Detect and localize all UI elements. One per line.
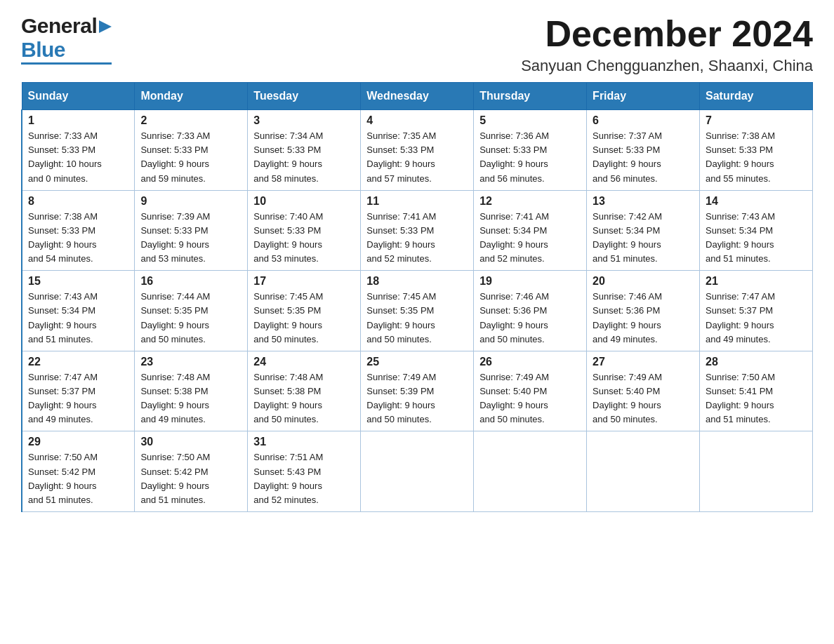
day-number: 8 bbox=[28, 195, 128, 208]
calendar-header-tuesday: Tuesday bbox=[248, 83, 361, 110]
calendar-header-thursday: Thursday bbox=[474, 83, 587, 110]
page-header: General Blue December 2024 Sanyuan Cheng… bbox=[21, 14, 813, 75]
day-number: 18 bbox=[366, 275, 468, 288]
calendar-cell: 13Sunrise: 7:42 AM Sunset: 5:34 PM Dayli… bbox=[587, 190, 700, 271]
day-info: Sunrise: 7:41 AM Sunset: 5:33 PM Dayligh… bbox=[366, 210, 468, 267]
day-number: 15 bbox=[28, 275, 128, 288]
calendar-cell: 8Sunrise: 7:38 AM Sunset: 5:33 PM Daylig… bbox=[22, 190, 135, 271]
day-info: Sunrise: 7:45 AM Sunset: 5:35 PM Dayligh… bbox=[253, 290, 355, 347]
logo-arrow-icon bbox=[99, 20, 112, 36]
calendar-cell: 29Sunrise: 7:50 AM Sunset: 5:42 PM Dayli… bbox=[22, 431, 135, 512]
day-info: Sunrise: 7:42 AM Sunset: 5:34 PM Dayligh… bbox=[593, 210, 694, 267]
calendar-cell: 17Sunrise: 7:45 AM Sunset: 5:35 PM Dayli… bbox=[248, 271, 361, 351]
day-number: 24 bbox=[253, 356, 355, 368]
calendar-cell: 27Sunrise: 7:49 AM Sunset: 5:40 PM Dayli… bbox=[587, 351, 700, 431]
week-row-2: 8Sunrise: 7:38 AM Sunset: 5:33 PM Daylig… bbox=[22, 190, 813, 271]
calendar-cell: 11Sunrise: 7:41 AM Sunset: 5:33 PM Dayli… bbox=[361, 190, 474, 271]
calendar-cell: 18Sunrise: 7:45 AM Sunset: 5:35 PM Dayli… bbox=[361, 271, 474, 351]
day-info: Sunrise: 7:49 AM Sunset: 5:40 PM Dayligh… bbox=[593, 370, 694, 427]
calendar-cell: 19Sunrise: 7:46 AM Sunset: 5:36 PM Dayli… bbox=[474, 271, 587, 351]
calendar-cell: 1Sunrise: 7:33 AM Sunset: 5:33 PM Daylig… bbox=[22, 110, 135, 191]
day-number: 7 bbox=[706, 114, 807, 127]
calendar-cell: 23Sunrise: 7:48 AM Sunset: 5:38 PM Dayli… bbox=[135, 351, 248, 431]
logo-underline bbox=[21, 62, 112, 65]
calendar-cell: 31Sunrise: 7:51 AM Sunset: 5:43 PM Dayli… bbox=[248, 431, 361, 512]
day-info: Sunrise: 7:45 AM Sunset: 5:35 PM Dayligh… bbox=[366, 290, 468, 347]
day-info: Sunrise: 7:37 AM Sunset: 5:33 PM Dayligh… bbox=[593, 129, 694, 186]
logo: General Blue bbox=[21, 14, 112, 65]
day-number: 30 bbox=[140, 436, 241, 448]
month-title: December 2024 bbox=[521, 14, 813, 54]
day-info: Sunrise: 7:50 AM Sunset: 5:42 PM Dayligh… bbox=[140, 450, 241, 507]
calendar-cell: 14Sunrise: 7:43 AM Sunset: 5:34 PM Dayli… bbox=[700, 190, 813, 271]
calendar-cell: 12Sunrise: 7:41 AM Sunset: 5:34 PM Dayli… bbox=[474, 190, 587, 271]
calendar-cell: 3Sunrise: 7:34 AM Sunset: 5:33 PM Daylig… bbox=[248, 110, 361, 191]
day-number: 27 bbox=[593, 356, 694, 368]
day-info: Sunrise: 7:33 AM Sunset: 5:33 PM Dayligh… bbox=[28, 129, 128, 186]
calendar-cell bbox=[700, 431, 813, 512]
calendar-cell: 10Sunrise: 7:40 AM Sunset: 5:33 PM Dayli… bbox=[248, 190, 361, 271]
calendar-cell: 15Sunrise: 7:43 AM Sunset: 5:34 PM Dayli… bbox=[22, 271, 135, 351]
calendar-header-sunday: Sunday bbox=[22, 83, 135, 110]
calendar-cell: 9Sunrise: 7:39 AM Sunset: 5:33 PM Daylig… bbox=[135, 190, 248, 271]
day-number: 12 bbox=[479, 195, 581, 208]
day-info: Sunrise: 7:43 AM Sunset: 5:34 PM Dayligh… bbox=[706, 210, 807, 267]
calendar-cell bbox=[474, 431, 587, 512]
calendar-cell: 24Sunrise: 7:48 AM Sunset: 5:38 PM Dayli… bbox=[248, 351, 361, 431]
day-info: Sunrise: 7:48 AM Sunset: 5:38 PM Dayligh… bbox=[140, 370, 241, 427]
day-info: Sunrise: 7:51 AM Sunset: 5:43 PM Dayligh… bbox=[253, 450, 355, 507]
calendar-cell: 16Sunrise: 7:44 AM Sunset: 5:35 PM Dayli… bbox=[135, 271, 248, 351]
day-number: 1 bbox=[28, 114, 128, 127]
day-info: Sunrise: 7:35 AM Sunset: 5:33 PM Dayligh… bbox=[366, 129, 468, 186]
day-info: Sunrise: 7:49 AM Sunset: 5:40 PM Dayligh… bbox=[479, 370, 581, 427]
calendar-cell bbox=[361, 431, 474, 512]
day-info: Sunrise: 7:39 AM Sunset: 5:33 PM Dayligh… bbox=[140, 210, 241, 267]
calendar-cell: 25Sunrise: 7:49 AM Sunset: 5:39 PM Dayli… bbox=[361, 351, 474, 431]
day-number: 31 bbox=[253, 436, 355, 448]
calendar-cell: 4Sunrise: 7:35 AM Sunset: 5:33 PM Daylig… bbox=[361, 110, 474, 191]
day-number: 10 bbox=[253, 195, 355, 208]
day-info: Sunrise: 7:47 AM Sunset: 5:37 PM Dayligh… bbox=[706, 290, 807, 347]
day-info: Sunrise: 7:36 AM Sunset: 5:33 PM Dayligh… bbox=[479, 129, 581, 186]
calendar-header-monday: Monday bbox=[135, 83, 248, 110]
day-number: 11 bbox=[366, 195, 468, 208]
day-info: Sunrise: 7:50 AM Sunset: 5:41 PM Dayligh… bbox=[706, 370, 807, 427]
day-number: 20 bbox=[593, 275, 694, 288]
svg-marker-0 bbox=[99, 20, 112, 33]
day-info: Sunrise: 7:41 AM Sunset: 5:34 PM Dayligh… bbox=[479, 210, 581, 267]
day-info: Sunrise: 7:40 AM Sunset: 5:33 PM Dayligh… bbox=[253, 210, 355, 267]
day-info: Sunrise: 7:44 AM Sunset: 5:35 PM Dayligh… bbox=[140, 290, 241, 347]
logo-general-text: General bbox=[21, 14, 97, 38]
day-number: 6 bbox=[593, 114, 694, 127]
week-row-4: 22Sunrise: 7:47 AM Sunset: 5:37 PM Dayli… bbox=[22, 351, 813, 431]
day-number: 21 bbox=[706, 275, 807, 288]
calendar-cell: 2Sunrise: 7:33 AM Sunset: 5:33 PM Daylig… bbox=[135, 110, 248, 191]
day-number: 22 bbox=[28, 356, 128, 368]
day-number: 14 bbox=[706, 195, 807, 208]
day-number: 2 bbox=[140, 114, 241, 127]
calendar-cell: 5Sunrise: 7:36 AM Sunset: 5:33 PM Daylig… bbox=[474, 110, 587, 191]
calendar-header-wednesday: Wednesday bbox=[361, 83, 474, 110]
day-number: 16 bbox=[140, 275, 241, 288]
day-info: Sunrise: 7:33 AM Sunset: 5:33 PM Dayligh… bbox=[140, 129, 241, 186]
day-number: 29 bbox=[28, 436, 128, 448]
day-number: 5 bbox=[479, 114, 581, 127]
title-block: December 2024 Sanyuan Chengguanzhen, Sha… bbox=[521, 14, 813, 75]
day-number: 19 bbox=[479, 275, 581, 288]
day-number: 25 bbox=[366, 356, 468, 368]
calendar-cell: 21Sunrise: 7:47 AM Sunset: 5:37 PM Dayli… bbox=[700, 271, 813, 351]
day-info: Sunrise: 7:38 AM Sunset: 5:33 PM Dayligh… bbox=[28, 210, 128, 267]
day-info: Sunrise: 7:46 AM Sunset: 5:36 PM Dayligh… bbox=[479, 290, 581, 347]
day-number: 3 bbox=[253, 114, 355, 127]
calendar-cell: 28Sunrise: 7:50 AM Sunset: 5:41 PM Dayli… bbox=[700, 351, 813, 431]
week-row-3: 15Sunrise: 7:43 AM Sunset: 5:34 PM Dayli… bbox=[22, 271, 813, 351]
day-number: 13 bbox=[593, 195, 694, 208]
day-info: Sunrise: 7:49 AM Sunset: 5:39 PM Dayligh… bbox=[366, 370, 468, 427]
day-number: 17 bbox=[253, 275, 355, 288]
calendar-cell: 26Sunrise: 7:49 AM Sunset: 5:40 PM Dayli… bbox=[474, 351, 587, 431]
calendar-table: SundayMondayTuesdayWednesdayThursdayFrid… bbox=[21, 82, 813, 512]
day-info: Sunrise: 7:43 AM Sunset: 5:34 PM Dayligh… bbox=[28, 290, 128, 347]
day-number: 9 bbox=[140, 195, 241, 208]
day-info: Sunrise: 7:48 AM Sunset: 5:38 PM Dayligh… bbox=[253, 370, 355, 427]
location-title: Sanyuan Chengguanzhen, Shaanxi, China bbox=[521, 57, 813, 75]
